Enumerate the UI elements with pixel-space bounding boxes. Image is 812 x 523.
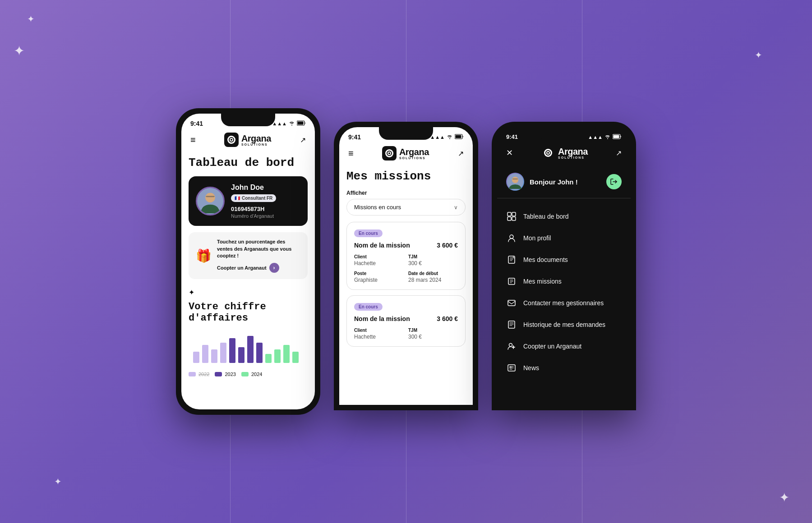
profile-card: John Doe 🇫🇷 Consultant FR 016945873H Num…	[189, 176, 308, 226]
menu-label-documents: Mes documents	[523, 256, 568, 263]
notch-1	[221, 114, 275, 126]
client-label-2: Client	[354, 328, 404, 333]
menu-label-news: News	[523, 364, 539, 372]
menu-item-profil[interactable]: Mon profil	[497, 227, 631, 249]
mission-card-2[interactable]: En cours Nom de la mission 3 600 € Clien…	[346, 295, 466, 347]
promo-text: Touchez un pourcentage des ventes des Ar…	[217, 239, 300, 259]
svg-rect-18	[274, 349, 281, 363]
mission-price-2: 3 600 €	[437, 315, 458, 322]
logo-text-2: Argana SOLUTIONS	[399, 147, 429, 160]
profile-name: John Doe	[231, 184, 276, 192]
menu-label-tableau: Tableau de bord	[523, 213, 568, 220]
svg-rect-44	[508, 321, 515, 328]
close-icon[interactable]: ✕	[506, 148, 513, 158]
logo-subtitle-2: SOLUTIONS	[399, 156, 429, 160]
deco-star-2: ✦	[14, 43, 25, 59]
logo-text-1: Argana SOLUTIONS	[241, 134, 271, 146]
menu-icon-2[interactable]: ≡	[348, 148, 353, 159]
tjm-value-1: 300 €	[408, 260, 458, 266]
svg-point-33	[512, 177, 518, 183]
status-icons-3: ▲▲▲	[588, 134, 622, 140]
wifi-icon-1	[289, 120, 295, 127]
status-icons-1: ▲▲▲	[272, 120, 306, 127]
poste-item-1: Poste Graphiste	[354, 271, 404, 283]
legend-year-2023: 2023	[225, 372, 235, 377]
menu-item-tableau[interactable]: Tableau de bord	[497, 206, 631, 227]
svg-rect-15	[247, 336, 254, 363]
svg-point-25	[388, 152, 390, 154]
mission-status-1: En cours	[354, 229, 383, 237]
svg-point-30	[547, 152, 549, 154]
date-label-1: Date de début	[408, 271, 458, 276]
tableau-icon	[506, 212, 517, 221]
svg-rect-37	[512, 212, 516, 216]
external-icon-2[interactable]: ↗	[458, 149, 464, 158]
menu-item-news[interactable]: News	[497, 357, 631, 379]
mission-header-1: Nom de la mission 3 600 €	[354, 242, 458, 249]
legend-dot-2024	[241, 372, 249, 376]
mission-name-2: Nom de la mission	[354, 315, 410, 322]
logo-icon-3	[541, 146, 555, 160]
time-3: 9:41	[506, 133, 518, 140]
promo-content: Touchez un pourcentage des ventes des Ar…	[217, 239, 300, 273]
documents-icon	[506, 255, 517, 264]
svg-rect-22	[456, 135, 461, 138]
phone-dashboard: 9:41 ▲▲▲ ≡	[176, 108, 320, 415]
svg-point-45	[509, 344, 512, 347]
logo-icon-2	[382, 146, 397, 161]
profil-icon	[506, 234, 517, 243]
mission-status-2: En cours	[354, 303, 383, 311]
menu-item-historique[interactable]: Historique de mes demandes	[497, 314, 631, 335]
legend-year-2024: 2024	[251, 372, 262, 377]
tjm-label-1: TJM	[408, 254, 458, 259]
screen-menu: 9:41 ▲▲▲ ✕	[497, 127, 631, 405]
menu-item-contact[interactable]: Contacter mes gestionnaires	[497, 292, 631, 314]
consultant-badge: 🇫🇷 Consultant FR	[231, 194, 276, 202]
screen-dashboard: 9:41 ▲▲▲ ≡	[181, 114, 315, 409]
signal-icon-3: ▲▲▲	[588, 134, 603, 140]
promo-link[interactable]: Coopter un Arganaut ›	[217, 263, 279, 273]
svg-rect-10	[202, 345, 208, 363]
client-item-2: Client Hachette	[354, 328, 404, 340]
time-1: 9:41	[190, 120, 203, 127]
menu-user-section: Bonjour John !	[497, 165, 631, 198]
time-2: 9:41	[348, 133, 361, 141]
deco-star-5: ✦	[779, 490, 789, 505]
menu-item-coopter[interactable]: Coopter un Arganaut	[497, 335, 631, 357]
profile-label: Numéro d'Arganaut	[231, 213, 276, 219]
menu-label-coopter: Coopter un Arganaut	[523, 343, 581, 350]
svg-rect-14	[238, 347, 245, 363]
promo-link-text: Coopter un Arganaut	[217, 265, 267, 271]
menu-icon-1[interactable]: ≡	[190, 135, 195, 145]
logo-2: Argana SOLUTIONS	[382, 146, 429, 161]
tjm-item-1: TJM 300 €	[408, 254, 458, 266]
signal-icon-2: ▲▲▲	[430, 134, 445, 140]
legend-2023: 2023	[215, 372, 235, 377]
logo-name-3: Argana	[558, 147, 588, 156]
battery-icon-1	[297, 120, 306, 127]
date-item-1: Date de début 28 mars 2024	[408, 271, 458, 283]
poste-value-1: Graphiste	[354, 277, 404, 283]
mission-details-1: Client Hachette TJM 300 € Poste Graphist…	[354, 254, 458, 283]
deco-star-1: ✦	[27, 14, 35, 24]
promo-card: 🎁 Touchez un pourcentage des ventes des …	[189, 232, 308, 279]
legend-dot-2023	[215, 372, 222, 376]
page-title-1: Tableau de bord	[189, 152, 308, 176]
page-title-2: Mes missions	[346, 166, 466, 190]
phone-missions: 9:41 ▲▲▲ ≡	[334, 122, 478, 410]
external-icon-3[interactable]: ↗	[616, 149, 622, 157]
menu-item-documents[interactable]: Mes documents	[497, 249, 631, 271]
chiffre-section: ✦ Votre chiffre d'affaires	[189, 288, 308, 377]
mission-card-1[interactable]: En cours Nom de la mission 3 600 € Clien…	[346, 222, 466, 290]
filter-label: Afficher	[346, 190, 466, 196]
client-value-1: Hachette	[354, 260, 404, 266]
external-icon-1[interactable]: ↗	[300, 136, 306, 144]
logout-button[interactable]	[606, 174, 622, 189]
logo-1: Argana SOLUTIONS	[224, 133, 271, 147]
missions-dropdown[interactable]: Missions en cours ∨	[346, 199, 466, 216]
status-icons-2: ▲▲▲	[430, 134, 464, 140]
menu-label-historique: Historique de mes demandes	[523, 321, 605, 328]
menu-item-missions[interactable]: Mes missions	[497, 271, 631, 292]
poste-label-1: Poste	[354, 271, 404, 276]
svg-rect-20	[292, 352, 299, 363]
